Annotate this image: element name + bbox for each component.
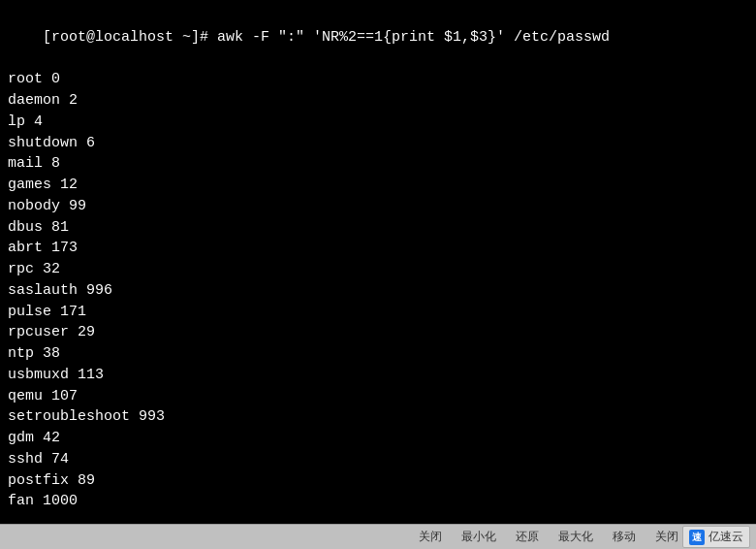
output-line: root 0 <box>8 69 748 90</box>
output-area: root 0daemon 2lp 4shutdown 6mail 8games … <box>8 69 748 512</box>
output-line: games 12 <box>8 175 748 196</box>
brand-logo: 速 亿速云 <box>682 526 750 548</box>
output-line: abrt 173 <box>8 238 748 259</box>
output-line: usbmuxd 113 <box>8 365 748 386</box>
status-minimize: 最小化 <box>457 528 500 546</box>
output-line: daemon 2 <box>8 90 748 112</box>
output-line: dbus 81 <box>8 217 748 239</box>
brand-icon: 速 <box>689 530 705 545</box>
output-line: postfix 89 <box>8 470 748 492</box>
status-move: 移动 <box>609 528 640 546</box>
output-line: setroubleshoot 993 <box>8 406 748 428</box>
terminal[interactable]: [root@localhost ~]# awk -F ":" 'NR%2==1{… <box>0 0 756 524</box>
command-line: [root@localhost ~]# awk -F ":" 'NR%2==1{… <box>8 6 748 69</box>
statusbar: 关闭 最小化 还原 最大化 移动 关闭 速 亿速云 <box>0 524 756 549</box>
output-line: mail 8 <box>8 153 748 175</box>
status-close2: 关闭 <box>651 528 682 546</box>
output-line: pulse 171 <box>8 302 748 323</box>
status-restore: 还原 <box>512 528 543 546</box>
prompt-line: [root@localhost ~]# <box>8 512 748 524</box>
brand-text: 亿速云 <box>709 529 743 545</box>
output-line: shutdown 6 <box>8 133 748 154</box>
output-line: saslauth 996 <box>8 280 748 302</box>
output-line: rpc 32 <box>8 259 748 280</box>
status-maximize: 最大化 <box>554 528 597 546</box>
output-line: gdm 42 <box>8 428 748 449</box>
output-line: rpcuser 29 <box>8 322 748 343</box>
output-line: lp 4 <box>8 112 748 133</box>
output-line: fan 1000 <box>8 491 748 512</box>
status-close: 关闭 <box>415 528 446 546</box>
output-line: nobody 99 <box>8 196 748 217</box>
output-line: sshd 74 <box>8 449 748 470</box>
command-text: [root@localhost ~]# awk -F ":" 'NR%2==1{… <box>43 29 610 46</box>
output-line: ntp 38 <box>8 343 748 365</box>
output-line: qemu 107 <box>8 386 748 407</box>
status-items: 关闭 最小化 还原 最大化 移动 关闭 <box>415 528 682 546</box>
